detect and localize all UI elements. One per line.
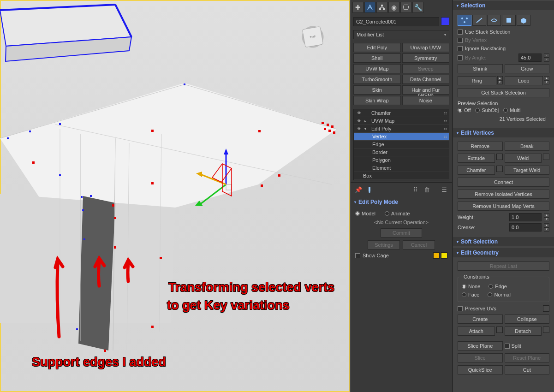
cage-color-1[interactable] [433,252,440,259]
mod-symmetry[interactable]: Symmetry [402,53,450,63]
shrink-button[interactable]: Shrink [458,64,503,73]
reset-plane-button[interactable]: Reset Plane [505,353,550,362]
hierarchy-tab[interactable] [376,2,387,13]
mod-data-channel[interactable]: Data Channel [402,75,450,84]
radio-face[interactable]: Face [462,292,479,297]
configure-sets-icon[interactable]: ☰ [440,185,448,194]
modify-tab[interactable] [364,2,375,13]
stack-element[interactable]: Element [354,164,449,172]
stack-uvw-map[interactable]: 👁▸UVW Map⠶ [354,117,449,125]
radio-none[interactable]: None [462,284,480,289]
motion-tab[interactable]: ◉ [388,2,399,13]
radio-off[interactable]: Off [458,107,471,113]
weld-options[interactable] [543,154,549,160]
preserve-uvs-options[interactable] [543,305,549,312]
radio-edge[interactable]: Edge [488,284,507,289]
split-checkbox[interactable] [505,344,510,349]
weight-spinner[interactable]: ▲▼ [544,213,549,221]
repeat-last-button[interactable]: Repeat Last [458,261,549,271]
chamfer-button[interactable]: Chamfer [458,166,495,175]
ignore-backfacing-checkbox[interactable] [458,46,463,51]
make-unique-icon[interactable]: ⠿ [411,185,420,194]
target-weld-button[interactable]: Target Weld [505,166,550,175]
viewport-3d[interactable]: Transforming selected verts to get Key v… [0,0,351,392]
modifier-list-dropdown[interactable]: Modifier List [353,30,449,39]
create-tab[interactable]: ✚ [352,2,363,13]
grow-button[interactable]: Grow [505,64,550,73]
preserve-uvs-checkbox[interactable] [458,306,463,311]
mod-edit-poly[interactable]: Edit Poly [353,43,401,52]
extrude-options[interactable] [496,154,503,160]
subobj-border[interactable] [487,15,501,26]
edit-geometry-header[interactable]: Edit Geometry [453,248,554,257]
create-button[interactable]: Create [458,315,503,324]
display-tab[interactable]: 🖵 [400,2,411,13]
loop-button[interactable]: Loop [505,76,543,85]
utilities-tab[interactable]: 🔧 [412,2,423,13]
detach-options[interactable] [543,327,549,333]
viewcube[interactable]: TOP [302,26,323,48]
cut-button[interactable]: Cut [505,365,550,374]
radio-model[interactable]: Model [355,211,375,216]
subobj-element[interactable] [517,15,530,26]
cage-color-2[interactable] [441,252,447,259]
ring-spinner[interactable]: ▲▼ [497,76,503,85]
radio-multi[interactable]: Multi [503,107,520,113]
stack-edit-poly[interactable]: 👁▾Edit Poly⠶ [354,125,449,133]
remove-map-button[interactable]: Remove Unused Map Verts [458,202,549,211]
show-end-result-icon[interactable] [365,185,374,194]
attach-options[interactable] [496,327,503,333]
remove-modifier-icon[interactable]: 🗑 [423,185,431,194]
slice-plane-button[interactable]: Slice Plane [458,341,503,350]
object-color-swatch[interactable] [441,17,449,25]
weld-button[interactable]: Weld [505,154,542,163]
stack-border[interactable]: Border [354,148,449,156]
mod-skin[interactable]: Skin [353,85,401,95]
crease-spinner[interactable]: ▲▼ [544,223,549,232]
chamfer-options[interactable] [496,166,503,172]
get-stack-button[interactable]: Get Stack Selection [458,88,549,97]
radio-normal[interactable]: Normal [488,292,510,297]
collapse-button[interactable]: Collapse [505,315,550,324]
quickslice-button[interactable]: QuickSlice [458,365,503,374]
detach-button[interactable]: Detach [505,327,542,336]
edit-vertices-header[interactable]: Edit Vertices [453,128,554,137]
subobj-vertex[interactable] [458,15,471,26]
mod-unwrap-uvw[interactable]: Unwrap UVW [402,43,450,52]
radio-animate[interactable]: Animate [385,211,410,216]
soft-selection-header[interactable]: Soft Selection [453,237,554,246]
mod-hair-fur[interactable]: Hair and Fur (WSM) [402,85,450,95]
cancel-button[interactable]: Cancel [403,240,435,249]
pin-stack-icon[interactable]: 📌 [354,185,363,194]
stack-box[interactable]: Box [354,172,449,180]
mod-noise[interactable]: Noise [402,96,450,105]
subobj-edge[interactable] [472,15,486,26]
attach-button[interactable]: Attach [458,327,495,336]
radio-subobj[interactable]: SubObj [475,107,499,113]
use-stack-checkbox[interactable] [458,30,463,35]
mod-shell[interactable]: Shell [353,53,401,63]
edit-poly-mode-header[interactable]: Edit Poly Mode [351,197,452,207]
connect-button[interactable]: Connect [458,178,549,187]
stack-chamfer[interactable]: 👁Chamfer⠶ [354,109,449,117]
settings-button[interactable]: Settings [368,240,400,249]
weight-input[interactable] [509,213,542,221]
mod-skin-wrap[interactable]: Skin Wrap [353,96,401,105]
loop-spinner[interactable]: ▲▼ [544,76,549,85]
extrude-button[interactable]: Extrude [458,154,495,163]
mod-uvw-map[interactable]: UVW Map [353,64,401,73]
crease-input[interactable] [509,223,542,232]
subobj-polygon[interactable] [502,15,516,26]
slice-button[interactable]: Slice [458,353,503,362]
remove-iso-button[interactable]: Remove Isolated Vertices [458,190,549,199]
show-cage-checkbox[interactable] [355,253,360,258]
stack-polygon[interactable]: Polygon [354,156,449,164]
break-button[interactable]: Break [505,142,550,151]
stack-edge[interactable]: Edge [354,141,449,148]
ring-button[interactable]: Ring [458,76,496,85]
stack-vertex[interactable]: Vertex⠶ [354,133,449,141]
commit-button[interactable]: Commit [381,228,422,238]
selection-header[interactable]: Selection [453,1,554,10]
mod-sweep[interactable]: Sweep [402,64,450,73]
mod-turbosmooth[interactable]: TurboSmooth [353,75,401,84]
